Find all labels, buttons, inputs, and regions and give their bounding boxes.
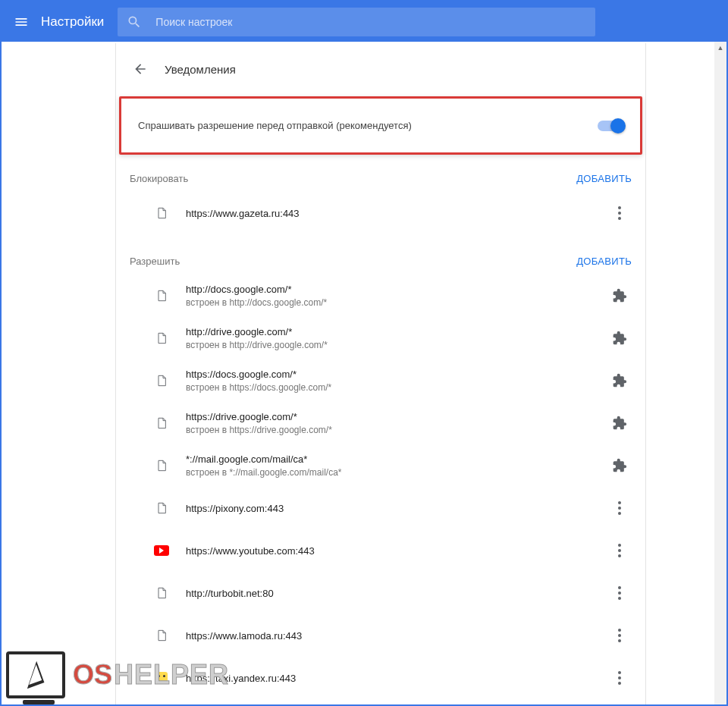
- site-row-text: https://docs.google.com/* встроен в http…: [186, 369, 607, 393]
- document-icon: [155, 331, 168, 346]
- yandex-taxi-icon: [155, 672, 168, 684]
- site-row-url: https://www.lamoda.ru:443: [186, 630, 607, 642]
- site-row: *://mail.google.com/mail/ca* встроен в *…: [116, 444, 645, 487]
- site-row-icon: [154, 500, 169, 516]
- watermark-os: OS: [73, 659, 112, 691]
- site-row: https://docs.google.com/* встроен в http…: [116, 359, 645, 402]
- site-row-icon: [154, 585, 169, 601]
- ask-permission-switch[interactable]: [598, 121, 623, 131]
- site-row-url: https://taxi.yandex.ru:443: [186, 673, 607, 684]
- site-row-text: https://pixony.com:443: [186, 503, 607, 514]
- site-row-sub: встроен в *://mail.google.com/mail/ca*: [186, 467, 607, 478]
- site-row-icon: [154, 670, 169, 686]
- site-row: https://www.gazeta.ru:443: [116, 192, 645, 234]
- site-row: http://docs.google.com/* встроен в http:…: [116, 275, 645, 317]
- watermark-monitor-icon: [6, 651, 65, 698]
- switch-knob-icon: [610, 118, 626, 133]
- site-row-action[interactable]: [607, 284, 632, 308]
- site-row-icon: [154, 331, 169, 346]
- ask-permission-toggle-card: Спрашивать разрешение перед отправкой (р…: [119, 96, 642, 155]
- extension-icon: [612, 416, 627, 431]
- site-row-icon: [154, 206, 169, 221]
- extension-icon: [612, 288, 627, 303]
- search-icon: [127, 14, 142, 30]
- site-row-action[interactable]: [607, 581, 632, 605]
- site-row-text: https://taxi.yandex.ru:443: [186, 673, 607, 684]
- site-row-text: https://www.lamoda.ru:443: [186, 630, 607, 642]
- site-row-icon: [154, 628, 169, 643]
- site-row-sub: встроен в https://drive.google.com/*: [186, 425, 607, 435]
- more-icon: [618, 544, 621, 557]
- more-icon: [618, 586, 621, 600]
- allow-section-title: Разрешить: [130, 256, 180, 267]
- page-title: Уведомления: [165, 63, 236, 76]
- document-icon: [155, 500, 168, 516]
- site-row-text: *://mail.google.com/mail/ca* встроен в *…: [186, 453, 607, 478]
- site-row-action[interactable]: [607, 326, 632, 350]
- site-row-icon: [154, 458, 169, 473]
- more-icon: [618, 206, 621, 220]
- document-icon: [155, 628, 168, 643]
- app-title: Настройки: [41, 14, 104, 30]
- site-row-url: https://drive.google.com/*: [186, 411, 607, 422]
- back-arrow-icon[interactable]: [131, 60, 149, 78]
- more-icon: [618, 671, 621, 685]
- site-row-action[interactable]: [607, 453, 632, 478]
- youtube-icon: [154, 545, 169, 556]
- site-row-url: https://pixony.com:443: [186, 503, 607, 514]
- document-icon: [155, 416, 168, 431]
- site-row-text: http://turbobit.net:80: [186, 588, 607, 599]
- site-row-sub: встроен в https://docs.google.com/*: [186, 382, 607, 393]
- block-section-title: Блокировать: [130, 173, 188, 184]
- site-row-icon: [154, 373, 169, 388]
- site-row: https://www.youtube.com:443: [116, 529, 645, 572]
- site-row-text: https://drive.google.com/* встроен в htt…: [186, 411, 607, 435]
- search-input[interactable]: [155, 16, 586, 28]
- menu-icon[interactable]: [12, 13, 30, 31]
- site-row-url: https://docs.google.com/*: [186, 369, 607, 380]
- site-row: http://turbobit.net:80: [116, 572, 645, 614]
- site-row: https://pixony.com:443: [116, 487, 645, 529]
- block-section-header: Блокировать ДОБАВИТЬ: [116, 162, 645, 192]
- site-row-action[interactable]: [607, 411, 632, 435]
- site-row-text: https://www.youtube.com:443: [186, 545, 607, 557]
- more-icon: [618, 629, 621, 642]
- site-row-action[interactable]: [607, 201, 632, 225]
- document-icon: [155, 373, 168, 388]
- scrollbar[interactable]: ▲: [714, 42, 726, 704]
- site-row-action[interactable]: [607, 623, 632, 648]
- site-row-url: http://drive.google.com/*: [186, 326, 607, 337]
- site-row-action[interactable]: [607, 666, 632, 690]
- allow-add-button[interactable]: ДОБАВИТЬ: [576, 256, 632, 267]
- site-row-url: https://www.gazeta.ru:443: [186, 208, 607, 219]
- site-row-icon: [154, 288, 169, 303]
- search-box[interactable]: [118, 8, 595, 36]
- site-row-text: http://docs.google.com/* встроен в http:…: [186, 284, 607, 308]
- topbar: Настройки: [2, 2, 726, 42]
- allow-section-header: Разрешить ДОБАВИТЬ: [116, 245, 645, 275]
- site-row-action[interactable]: [607, 538, 632, 563]
- site-row-text: http://drive.google.com/* встроен в http…: [186, 326, 607, 350]
- extension-icon: [612, 331, 627, 346]
- site-row-sub: встроен в http://drive.google.com/*: [186, 340, 607, 350]
- site-row-text: https://www.gazeta.ru:443: [186, 208, 607, 219]
- document-icon: [155, 206, 168, 221]
- scroll-up-icon[interactable]: ▲: [714, 42, 726, 54]
- page-header: Уведомления: [116, 43, 645, 96]
- document-icon: [155, 458, 168, 473]
- more-icon: [618, 501, 621, 515]
- block-add-button[interactable]: ДОБАВИТЬ: [576, 173, 632, 184]
- content-area: ▲ Уведомления Спрашивать разрешение пере…: [2, 42, 726, 704]
- extension-icon: [612, 458, 627, 473]
- site-row: https://drive.google.com/* встроен в htt…: [116, 402, 645, 444]
- site-row-action[interactable]: [607, 496, 632, 520]
- site-row-url: http://docs.google.com/*: [186, 284, 607, 295]
- site-row: https://www.lamoda.ru:443: [116, 614, 645, 657]
- document-icon: [155, 288, 168, 303]
- settings-card: Уведомления Спрашивать разрешение перед …: [115, 43, 646, 704]
- document-icon: [155, 585, 168, 601]
- ask-permission-label: Спрашивать разрешение перед отправкой (р…: [138, 120, 412, 131]
- site-row-action[interactable]: [607, 369, 632, 393]
- site-row-sub: встроен в http://docs.google.com/*: [186, 297, 607, 308]
- site-row-url: *://mail.google.com/mail/ca*: [186, 453, 607, 465]
